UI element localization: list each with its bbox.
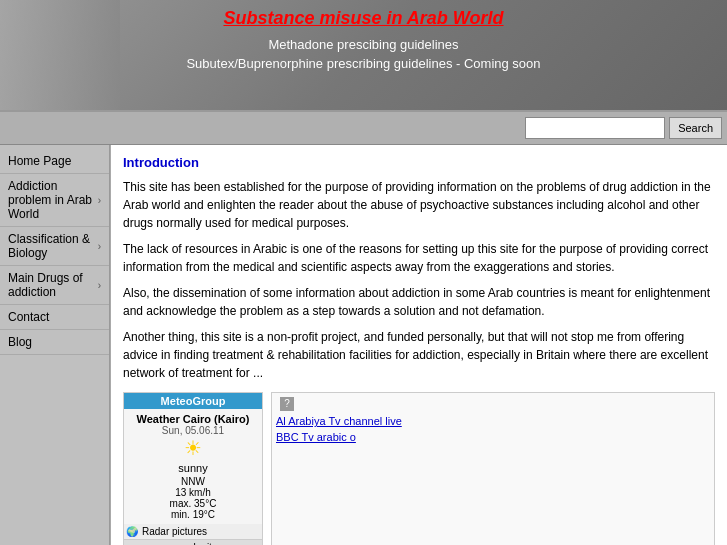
widget-row: MeteoGroup Weather Cairo (Kairo) Sun, 05… xyxy=(123,392,715,545)
sidebar-label-2: Classification & Biology xyxy=(8,232,98,260)
meteo-condition: sunny xyxy=(128,462,258,474)
sidebar-item-0[interactable]: Home Page xyxy=(0,149,109,174)
meteo-radar[interactable]: 🌍 Radar pictures xyxy=(124,524,262,539)
main-container: Home PageAddiction problem in Arab World… xyxy=(0,145,727,545)
content-para-4: Another thing, this site is a non-profit… xyxy=(123,328,715,382)
sidebar-item-4[interactable]: Contact xyxy=(0,305,109,330)
search-city-label[interactable]: search city xyxy=(124,539,262,545)
sidebar-label-4: Contact xyxy=(8,310,49,324)
radar-icon: 🌍 xyxy=(126,526,138,537)
content-text: This site has been established for the p… xyxy=(123,178,715,382)
meteo-date: Sun, 05.06.11 xyxy=(128,425,258,436)
sidebar-item-5[interactable]: Blog xyxy=(0,330,109,355)
sidebar-item-2[interactable]: Classification & Biology› xyxy=(0,227,109,266)
sidebar-arrow-1: › xyxy=(98,195,101,206)
sidebar: Home PageAddiction problem in Arab World… xyxy=(0,145,110,545)
search-bar: Search xyxy=(0,110,727,145)
tv-link-bbc[interactable]: BBC Tv arabic o xyxy=(276,431,710,443)
sun-icon: ☀ xyxy=(128,436,258,460)
meteo-wind: NNW13 km/h xyxy=(128,476,258,498)
question-icon: ? xyxy=(280,397,294,411)
meteo-body: Weather Cairo (Kairo) Sun, 05.06.11 ☀ su… xyxy=(124,409,262,524)
search-button[interactable]: Search xyxy=(669,117,722,139)
sidebar-item-1[interactable]: Addiction problem in Arab World› xyxy=(0,174,109,227)
radar-label: Radar pictures xyxy=(142,526,207,537)
meteo-min: min. 19°C xyxy=(128,509,258,520)
sidebar-label-3: Main Drugs of addiction xyxy=(8,271,98,299)
content-para-2: The lack of resources in Arabic is one o… xyxy=(123,240,715,276)
site-title: Substance misuse in Arab World xyxy=(0,8,727,29)
search-input[interactable] xyxy=(525,117,665,139)
sidebar-item-3[interactable]: Main Drugs of addiction› xyxy=(0,266,109,305)
content-area: Introduction This site has been establis… xyxy=(110,145,727,545)
meteo-header: MeteoGroup xyxy=(124,393,262,409)
content-para-3: Also, the dissemination of some informat… xyxy=(123,284,715,320)
sidebar-label-0: Home Page xyxy=(8,154,71,168)
tv-link-arabiya[interactable]: Al Arabiya Tv channel live xyxy=(276,415,710,427)
sidebar-label-5: Blog xyxy=(8,335,32,349)
meteo-widget: MeteoGroup Weather Cairo (Kairo) Sun, 05… xyxy=(123,392,263,545)
tv-links-panel: ? Al Arabiya Tv channel live BBC Tv arab… xyxy=(271,392,715,545)
header-subtitle1: Methadone prescibing guidelines xyxy=(0,37,727,52)
content-para-1: This site has been established for the p… xyxy=(123,178,715,232)
sidebar-arrow-2: › xyxy=(98,241,101,252)
header-content: Substance misuse in Arab World Methadone… xyxy=(0,0,727,71)
sidebar-arrow-3: › xyxy=(98,280,101,291)
sidebar-label-1: Addiction problem in Arab World xyxy=(8,179,98,221)
header-subtitle2: Subutex/Buprenorphine prescribing guidel… xyxy=(0,56,727,71)
meteo-max: max. 35°C xyxy=(128,498,258,509)
meteo-city: Weather Cairo (Kairo) xyxy=(128,413,258,425)
header: Substance misuse in Arab World Methadone… xyxy=(0,0,727,110)
content-title: Introduction xyxy=(123,155,715,170)
